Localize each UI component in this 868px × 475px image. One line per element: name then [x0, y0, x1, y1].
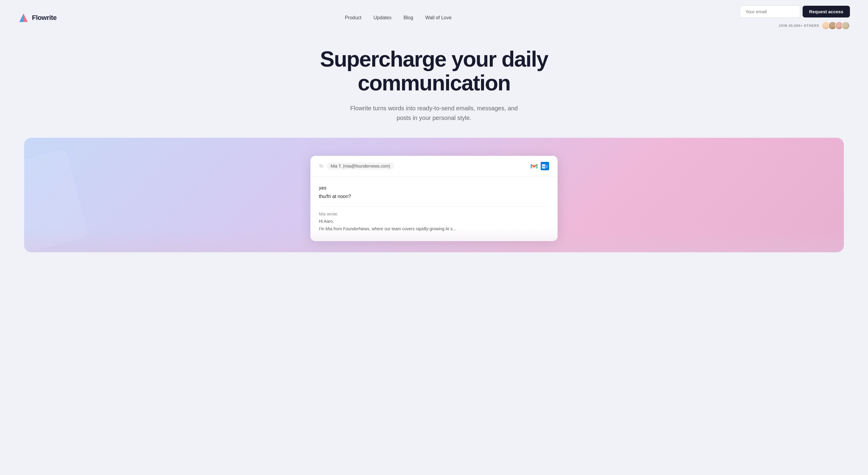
avatar-4: [841, 22, 850, 30]
hero-subtext: Flowrite turns words into ready-to-send …: [347, 103, 521, 123]
hero-section: Supercharge your daily communication Flo…: [0, 35, 868, 123]
quoted-content: Mia wrote: Hi Aaro, I'm Mia from Founder…: [319, 207, 549, 232]
email-input[interactable]: [740, 5, 800, 18]
to-value: Mia T. (mia@foundernews.com): [327, 162, 395, 170]
hero-headline: Supercharge your daily communication: [310, 47, 558, 95]
demo-wrapper: To Mia T. (mia@foundernews.com) M: [24, 138, 844, 252]
nav-right: Request access JOIN 20,000+ OTHERS: [740, 5, 850, 30]
svg-rect-10: [545, 165, 548, 168]
svg-text:Aa: Aa: [542, 165, 545, 167]
demo-email-card: To Mia T. (mia@foundernews.com) M: [310, 156, 558, 241]
quoted-from: Mia wrote:: [319, 212, 549, 216]
nav-cta-row: Request access: [740, 5, 850, 18]
draft-text: yes thu/fri at noon?: [319, 184, 549, 200]
nav-item-product[interactable]: Product: [345, 15, 361, 21]
nav-links: Product Updates Blog Wall of Love: [345, 15, 452, 21]
email-body: yes thu/fri at noon? Mia wrote: Hi Aaro,…: [310, 177, 558, 241]
nav-item-wall-of-love[interactable]: Wall of Love: [425, 15, 452, 21]
to-label: To: [319, 164, 323, 168]
email-app-icons: M Aa: [530, 162, 549, 170]
quoted-greeting: Hi Aaro,: [319, 219, 549, 224]
navbar: Flowrite Product Updates Blog Wall of Lo…: [0, 0, 868, 35]
gmail-icon: M: [530, 162, 538, 170]
logo-text: Flowrite: [32, 14, 57, 22]
email-to-field: To Mia T. (mia@foundernews.com): [319, 162, 394, 170]
logo-link[interactable]: Flowrite: [18, 12, 57, 23]
join-row: JOIN 20,000+ OTHERS: [779, 22, 850, 30]
avatars: [822, 22, 850, 30]
bg-decoration: [24, 149, 89, 252]
join-text: JOIN 20,000+ OTHERS: [779, 24, 819, 27]
request-access-button[interactable]: Request access: [803, 6, 850, 18]
logo-icon: [18, 12, 29, 23]
quoted-body: I'm Mia from FounderNews, where our team…: [319, 225, 549, 232]
email-header: To Mia T. (mia@foundernews.com) M: [310, 156, 558, 177]
nav-item-blog[interactable]: Blog: [404, 15, 413, 21]
nav-item-updates[interactable]: Updates: [373, 15, 392, 21]
svg-text:M: M: [532, 164, 536, 168]
outlook-icon: Aa: [541, 162, 549, 170]
